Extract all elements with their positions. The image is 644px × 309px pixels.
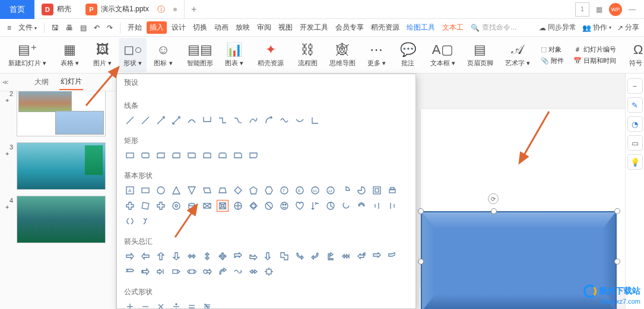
shape-option[interactable]: 8 — [294, 184, 306, 196]
shape-option[interactable] — [124, 215, 136, 227]
shape-option[interactable] — [371, 184, 383, 196]
shape-option[interactable] — [124, 200, 136, 212]
menu-file[interactable]: 文件 ▾ — [16, 21, 39, 34]
resize-handle[interactable] — [614, 259, 620, 265]
ribbon-more[interactable]: ⋯更多 ▾ — [363, 38, 391, 72]
shape-option[interactable] — [263, 266, 275, 278]
apps-icon[interactable]: ▦ — [592, 2, 606, 17]
collapse-icon[interactable]: ≪ — [2, 79, 8, 85]
ribbon-flow[interactable]: ⛓流程图 — [293, 38, 322, 72]
ribbon-wordart[interactable]: 𝒜艺术字 ▾ — [500, 38, 535, 72]
shape-option[interactable] — [217, 266, 229, 278]
minimize-button[interactable]: — — [625, 2, 639, 17]
shape-option[interactable] — [139, 215, 151, 227]
resize-handle[interactable] — [418, 208, 424, 214]
shape-option[interactable] — [155, 301, 167, 309]
ribbon-smart[interactable]: ▤▤智能图形 — [182, 38, 218, 72]
shape-option[interactable] — [232, 200, 244, 212]
ribbon-attach[interactable]: 📎 附件 — [541, 56, 564, 65]
tab-home[interactable]: 首页 — [0, 0, 34, 19]
ribbon-newslide[interactable]: ▤⁺新建幻灯片 ▾ — [4, 38, 51, 72]
shape-option[interactable] — [217, 184, 229, 196]
shape-option[interactable] — [170, 200, 182, 212]
ribbon-chart[interactable]: 📊图表 ▾ — [220, 38, 248, 72]
shape-option[interactable] — [170, 301, 182, 309]
shape-option[interactable] — [201, 114, 213, 126]
shape-option[interactable] — [139, 149, 151, 161]
shape-option[interactable] — [186, 149, 198, 161]
pencil-tool-button[interactable]: ✎ — [627, 97, 643, 113]
shape-option[interactable] — [217, 114, 229, 126]
shape-option[interactable] — [248, 266, 259, 278]
tab-texttools[interactable]: 文本工 — [440, 21, 466, 34]
shape-option[interactable] — [139, 200, 151, 212]
tab-start[interactable]: 开始 — [125, 21, 144, 34]
redo-icon[interactable]: ↷ — [104, 23, 115, 33]
shape-option[interactable] — [356, 250, 367, 262]
shape-option[interactable] — [278, 200, 290, 212]
shape-option[interactable] — [139, 184, 151, 196]
ribbon-mind[interactable]: 🕸思维导图 — [325, 38, 360, 72]
ribbon-dkres[interactable]: ✦稻壳资源 — [253, 38, 288, 72]
undo-icon[interactable]: ↶ — [91, 23, 102, 33]
shape-option[interactable] — [139, 266, 151, 278]
rotate-handle[interactable]: ⟳ — [488, 193, 499, 204]
shape-option[interactable] — [263, 250, 275, 262]
shape-option[interactable] — [139, 301, 151, 309]
slides-tab[interactable]: 幻灯片 — [59, 74, 83, 90]
share-button[interactable]: ↗ 分享 — [617, 23, 639, 33]
tab-insert[interactable]: 插入 — [147, 21, 167, 34]
shape-option[interactable] — [217, 149, 229, 161]
shape-option[interactable] — [371, 200, 383, 212]
shape-option[interactable]: A — [124, 184, 136, 196]
shape-option[interactable] — [201, 301, 213, 309]
layout-1-icon[interactable]: 1 — [575, 2, 589, 17]
print-icon[interactable]: 🖶 — [64, 23, 75, 33]
shape-option[interactable] — [309, 114, 321, 126]
slide-item[interactable]: 3✦ — [5, 142, 111, 190]
preview-icon[interactable]: ▤ — [78, 23, 89, 33]
idea-button[interactable]: 💡 — [627, 154, 643, 170]
tab-design[interactable]: 设计 — [169, 21, 188, 34]
resize-handle[interactable] — [614, 208, 620, 214]
shape-option[interactable] — [124, 250, 136, 262]
shape-option[interactable] — [248, 149, 259, 161]
shape-option[interactable] — [186, 250, 198, 262]
shape-option[interactable] — [248, 200, 259, 212]
command-search[interactable]: 🔍 查找命令... — [471, 23, 536, 33]
shape-option[interactable] — [309, 250, 321, 262]
tab-transition[interactable]: 切换 — [191, 21, 210, 34]
shape-option[interactable] — [186, 114, 198, 126]
shape-option[interactable] — [248, 250, 259, 262]
shape-option[interactable] — [155, 149, 167, 161]
shape-option[interactable] — [386, 250, 398, 262]
shape-option[interactable] — [340, 200, 352, 212]
shape-option[interactable] — [232, 149, 244, 161]
shape-option[interactable] — [155, 114, 167, 126]
shape-option[interactable] — [386, 184, 398, 196]
shape-option[interactable]: 12 — [325, 184, 337, 196]
add-tab-button[interactable]: + — [185, 4, 204, 15]
shape-option[interactable] — [325, 250, 337, 262]
shape-option[interactable] — [217, 200, 229, 212]
shape-option[interactable] — [217, 250, 229, 262]
shape-option[interactable] — [371, 250, 383, 262]
slide-item[interactable]: 2✦ — [5, 91, 111, 136]
tab-devtools[interactable]: 开发工具 — [297, 21, 331, 34]
shape-option[interactable] — [170, 266, 182, 278]
tab-review[interactable]: 审阅 — [255, 21, 274, 34]
shape-option[interactable] — [139, 114, 151, 126]
resize-handle[interactable] — [418, 259, 424, 265]
sync-status[interactable]: ☁ 同步异常 — [539, 23, 576, 33]
shape-option[interactable] — [201, 184, 213, 196]
shape-fill-button[interactable]: ◔ — [627, 116, 643, 132]
shape-option[interactable] — [124, 114, 136, 126]
shape-option[interactable] — [232, 184, 244, 196]
shape-option[interactable] — [294, 200, 306, 212]
shape-option[interactable] — [155, 200, 167, 212]
ribbon-hf[interactable]: ▤页眉页脚 — [462, 38, 498, 72]
shape-option[interactable] — [201, 266, 213, 278]
ribbon-shape[interactable]: ◻○形状 ▾ — [119, 38, 147, 72]
save-icon[interactable]: 🖫 — [49, 23, 61, 33]
shape-option[interactable] — [309, 200, 321, 212]
